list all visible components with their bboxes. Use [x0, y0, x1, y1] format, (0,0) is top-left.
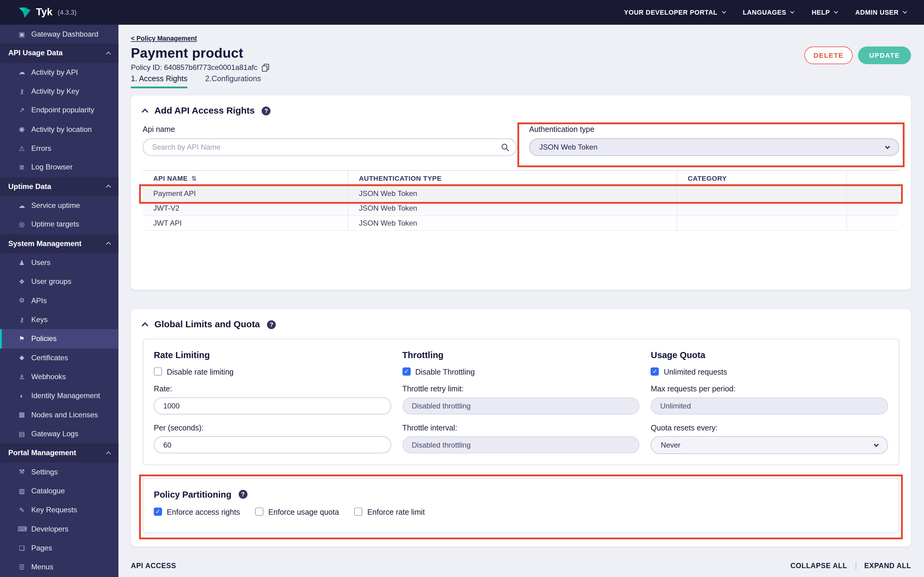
topbar-menu-languages[interactable]: LANGUAGES	[743, 9, 794, 16]
checkbox-icon[interactable]	[255, 508, 264, 516]
partition-option-enforce-rate-limit[interactable]: Enforce rate limit	[354, 507, 425, 516]
sidebar-item-settings[interactable]: ⚒Settings	[0, 463, 119, 482]
api-table-row-jwt-api[interactable]: JWT APIJSON Web Token	[143, 216, 899, 231]
sidebar-item-webhooks[interactable]: ⚓Webhooks	[0, 367, 119, 386]
column-api-name-label: API NAME	[153, 175, 187, 182]
api-table-row-payment-api[interactable]: Payment APIJSON Web Token	[143, 187, 899, 201]
policy-partitioning-title: Policy Partitioning	[154, 489, 231, 500]
sidebar-item-gateway-dashboard[interactable]: ▣Gateway Dashboard	[0, 25, 119, 44]
sidebar-item-gateway-logs[interactable]: ▤Gateway Logs	[0, 424, 119, 443]
api-table-body: Payment APIJSON Web TokenJWT-V2JSON Web …	[143, 187, 899, 231]
sidebar-item-menus[interactable]: ☰Menus	[0, 558, 119, 577]
sidebar-item-policies[interactable]: ⚑Policies	[0, 329, 119, 348]
section-title: Global Limits and Quota	[154, 319, 260, 330]
per-seconds-input[interactable]	[154, 436, 391, 453]
column-api-name[interactable]: API NAME ⇅	[143, 171, 348, 186]
sidebar-item-errors[interactable]: ⚠Errors	[0, 139, 119, 158]
checkbox-label: Enforce access rights	[167, 507, 240, 516]
user-groups-icon: ❖	[18, 278, 26, 285]
sidebar-item-keys[interactable]: ⚷Keys	[0, 310, 119, 329]
sidebar-item-apis[interactable]: ⚙APIs	[0, 291, 119, 310]
usage-quota-title: Usage Quota	[651, 350, 888, 360]
sidebar-item-identity-management[interactable]: ◐Identity Management	[0, 387, 119, 405]
api-name-label: Api name	[143, 125, 517, 134]
cell-empty	[847, 201, 899, 216]
sidebar-item-label: Catalogue	[31, 487, 65, 495]
delete-button[interactable]: DELETE	[804, 47, 853, 64]
sidebar-item-users[interactable]: ♟Users	[0, 253, 119, 272]
unlimited-requests-checkbox[interactable]: ✓ Unlimited requests	[651, 367, 888, 376]
sidebar-item-label: Certificates	[31, 354, 68, 362]
disable-rate-limiting-checkbox[interactable]: Disable rate limiting	[154, 367, 391, 376]
cell-empty	[847, 216, 899, 230]
checkbox-icon[interactable]: ✓	[402, 367, 411, 376]
collapse-section-icon[interactable]	[142, 322, 149, 329]
sidebar-item-activity-by-key[interactable]: ⚷Activity by Key	[0, 82, 119, 101]
column-empty	[847, 171, 899, 186]
policy-partitioning-header: Policy Partitioning ?	[154, 489, 888, 500]
api-table-row-jwt-v2[interactable]: JWT-V2JSON Web Token	[143, 201, 899, 216]
footer-row: API ACCESS COLLAPSE ALL EXPAND ALL	[131, 562, 911, 570]
sidebar-item-activity-by-location[interactable]: ◉Activity by location	[0, 120, 119, 139]
update-button[interactable]: UPDATE	[858, 47, 911, 64]
tab-access-rights[interactable]: 1. Access Rights	[131, 74, 187, 88]
sidebar-item-label: Menus	[31, 563, 53, 571]
sidebar-item-service-uptime[interactable]: ☁Service uptime	[0, 196, 119, 215]
endpoint-popularity-icon: ↗	[18, 106, 26, 114]
sidebar-item-log-browser[interactable]: ≣Log Browser	[0, 158, 119, 177]
app: Tyk (4.3.3) YOUR DEVELOPER PORTALLANGUAG…	[0, 0, 924, 577]
sidebar-item-user-groups[interactable]: ❖User groups	[0, 272, 119, 291]
topbar-menus: YOUR DEVELOPER PORTALLANGUAGESHELPADMIN …	[624, 9, 906, 16]
app-version: (4.3.3)	[58, 9, 76, 16]
sidebar-item-pages[interactable]: ❏Pages	[0, 538, 119, 558]
collapse-section-icon[interactable]	[142, 109, 149, 115]
sidebar-item-endpoint-popularity[interactable]: ↗Endpoint popularity	[0, 101, 119, 120]
checkbox-label: Unlimited requests	[664, 367, 727, 376]
quota-resets-select[interactable]: Never	[651, 436, 888, 454]
api-access-section-toggle[interactable]: API ACCESS	[131, 562, 176, 570]
chevron-up-icon	[106, 52, 111, 56]
tab-configurations[interactable]: 2.Configurations	[205, 74, 261, 88]
api-search-input[interactable]	[143, 138, 517, 156]
sidebar-section-api-usage-data[interactable]: API Usage Data	[0, 44, 119, 63]
sidebar-item-catalogue[interactable]: ▥Catalogue	[0, 482, 119, 500]
brand[interactable]: Tyk (4.3.3)	[18, 6, 77, 19]
service-uptime-icon: ☁	[18, 202, 26, 210]
collapse-all-button[interactable]: COLLAPSE ALL	[790, 562, 847, 570]
checkbox-icon[interactable]: ✓	[154, 508, 162, 516]
sidebar-item-certificates[interactable]: ◆Certificates	[0, 348, 119, 367]
topbar-menu-help[interactable]: HELP	[812, 9, 838, 16]
sidebar-item-developers[interactable]: ⌨Developers	[0, 520, 119, 538]
footer-actions: COLLAPSE ALL EXPAND ALL	[790, 562, 911, 570]
help-icon[interactable]: ?	[262, 106, 271, 115]
checkbox-icon[interactable]	[354, 508, 363, 516]
checkbox-icon[interactable]: ✓	[651, 367, 659, 376]
partition-option-enforce-usage-quota[interactable]: Enforce usage quota	[255, 507, 339, 516]
sidebar-item-uptime-targets[interactable]: ◎Uptime targets	[0, 215, 119, 234]
sidebar-item-key-requests[interactable]: ✎Key Requests	[0, 501, 119, 520]
help-icon[interactable]: ?	[238, 490, 247, 499]
access-rights-form: Api name Authentication type JSON Web To…	[143, 125, 899, 156]
sort-icon[interactable]: ⇅	[191, 175, 197, 182]
sidebar-section-uptime-data[interactable]: Uptime Data	[0, 177, 119, 196]
breadcrumb[interactable]: < Policy Management	[131, 34, 197, 43]
topbar-menu-your-developer-portal[interactable]: YOUR DEVELOPER PORTAL	[624, 9, 725, 16]
copy-icon[interactable]	[262, 63, 269, 71]
throttling-title: Throttling	[402, 350, 640, 360]
topbar-menu-admin-user[interactable]: ADMIN USER	[855, 9, 906, 16]
key-requests-icon: ✎	[18, 506, 26, 514]
help-icon[interactable]: ?	[267, 320, 276, 329]
sidebar-section-portal-management[interactable]: Portal Management	[0, 443, 119, 463]
sidebar-item-activity-by-api[interactable]: ☁Activity by API	[0, 63, 119, 82]
column-authentication-type: AUTHENTICATION TYPE	[348, 171, 677, 186]
disable-throttling-checkbox[interactable]: ✓ Disable Throttling	[402, 367, 640, 376]
expand-all-button[interactable]: EXPAND ALL	[864, 562, 911, 570]
rate-input[interactable]	[154, 398, 391, 414]
sidebar-item-label: APIs	[31, 297, 47, 305]
sidebar-section-system-management[interactable]: System Management	[0, 234, 119, 253]
sidebar-item-nodes-and-licenses[interactable]: ▦Nodes and Licenses	[0, 405, 119, 424]
policy-id: Policy ID: 640857b6f773ce0001a81afc	[131, 63, 257, 71]
auth-type-select[interactable]: JSON Web Token	[529, 138, 899, 156]
checkbox-icon[interactable]	[154, 367, 162, 376]
partition-option-enforce-access-rights[interactable]: ✓Enforce access rights	[154, 507, 240, 516]
